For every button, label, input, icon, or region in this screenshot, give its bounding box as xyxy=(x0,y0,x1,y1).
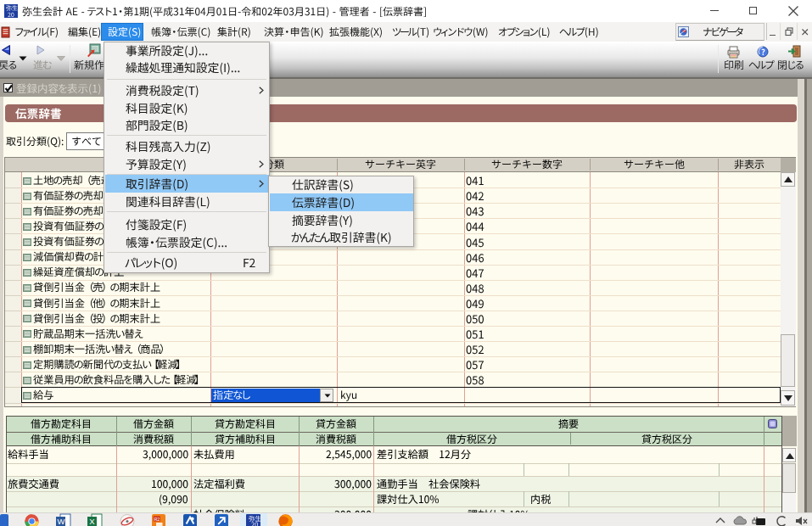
svg-text:W: W xyxy=(58,517,65,526)
svg-text:X: X xyxy=(89,517,95,526)
svg-text:R2: R2 xyxy=(154,517,160,522)
